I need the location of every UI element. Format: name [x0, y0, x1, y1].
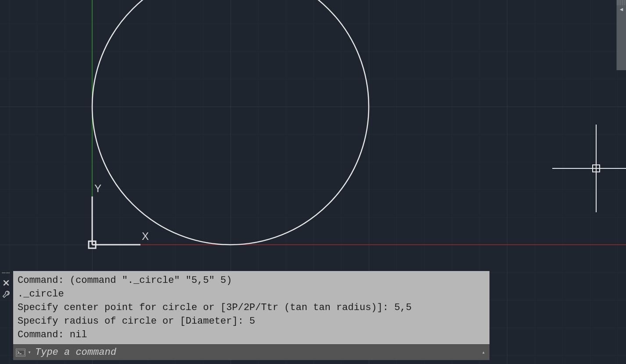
close-icon[interactable] — [1, 278, 11, 288]
command-history-line: ._circle — [18, 289, 64, 300]
svg-rect-8 — [17, 350, 24, 355]
expand-up-icon[interactable]: ▴ — [480, 349, 487, 356]
panel-grip-icon[interactable] — [617, 0, 626, 5]
commandline-icon[interactable] — [16, 349, 25, 357]
command-history-line: Command: nil — [18, 329, 87, 340]
chevron-down-icon[interactable]: ▾ — [26, 349, 32, 356]
command-input[interactable] — [35, 347, 480, 358]
command-panel: Command: (command "._circle" "5,5" 5) ._… — [13, 271, 489, 360]
command-input-bar: ▾ ▴ — [13, 344, 489, 360]
command-history-line: Specify center point for circle or [3P/2… — [18, 302, 412, 313]
command-history[interactable]: Command: (command "._circle" "5,5" 5) ._… — [13, 271, 489, 344]
command-history-line: Specify radius of circle or [Diameter]: … — [18, 316, 255, 327]
command-sidebar: ┅┅ — [0, 271, 12, 299]
command-history-line: Command: (command "._circle" "5,5" 5) — [18, 275, 232, 286]
right-collapsed-panel[interactable]: ◀ — [616, 0, 626, 70]
drag-handle-icon[interactable]: ┅┅ — [1, 272, 11, 276]
chevron-left-icon[interactable]: ◀ — [617, 5, 626, 13]
wrench-icon[interactable] — [1, 289, 11, 299]
x-axis-label: X — [142, 230, 149, 243]
y-axis-label: Y — [94, 182, 101, 195]
